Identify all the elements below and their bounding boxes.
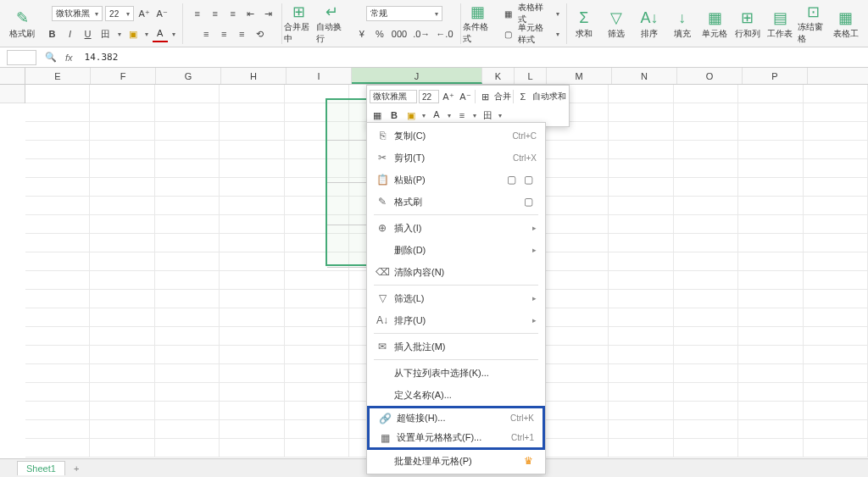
cell[interactable] <box>155 402 220 419</box>
col-header[interactable]: L <box>515 68 547 84</box>
cell[interactable] <box>25 290 90 308</box>
col-header[interactable]: K <box>482 68 515 84</box>
cell[interactable] <box>155 290 220 308</box>
cell[interactable] <box>609 178 673 196</box>
fx-icon[interactable]: fx <box>65 53 73 63</box>
indent-inc-icon[interactable]: ⇥ <box>261 5 276 22</box>
cell[interactable] <box>220 364 284 382</box>
format-painter-button[interactable]: ✎ 格式刷 <box>7 3 38 44</box>
cell[interactable] <box>544 308 609 326</box>
cell[interactable] <box>155 252 220 270</box>
menu-format-cells[interactable]: ▦ 设置单元格格式(F)... Ctrl+1 <box>367 428 545 450</box>
cell[interactable] <box>609 402 673 419</box>
cell[interactable] <box>674 290 738 308</box>
menu-batch[interactable]: 批量处理单元格(P) ♛ <box>367 450 545 472</box>
cell[interactable] <box>738 439 803 457</box>
cell[interactable] <box>544 383 609 401</box>
col-header[interactable]: F <box>91 68 156 84</box>
cell[interactable] <box>90 159 154 177</box>
number-format-combo[interactable]: 常规▾ <box>366 6 442 21</box>
cell[interactable] <box>609 85 673 103</box>
cell[interactable] <box>804 197 868 214</box>
mini-bold-icon[interactable]: B <box>387 107 402 124</box>
cell[interactable] <box>609 159 673 177</box>
cell[interactable] <box>220 141 284 158</box>
cell[interactable] <box>155 364 220 382</box>
cell[interactable] <box>155 178 220 196</box>
align-top-icon[interactable]: ≡ <box>190 5 205 22</box>
cell[interactable] <box>155 346 220 363</box>
mini-fillcolor-icon[interactable]: ▣ <box>403 107 419 124</box>
cell[interactable] <box>738 252 803 270</box>
cell[interactable] <box>25 141 90 158</box>
cell[interactable] <box>285 327 349 345</box>
cell[interactable] <box>220 420 284 438</box>
sheet-tab[interactable]: Sheet1 <box>17 461 65 475</box>
cell[interactable] <box>804 308 868 326</box>
font-name-combo[interactable]: 微软雅黑▾ <box>52 6 103 21</box>
cell[interactable] <box>25 383 90 401</box>
cell[interactable] <box>25 197 90 214</box>
cell[interactable] <box>544 271 609 289</box>
cell[interactable] <box>285 308 349 326</box>
paste-option2-icon[interactable]: ▢ <box>520 174 537 186</box>
table-style-icon[interactable]: ▦ <box>500 5 515 22</box>
cell[interactable] <box>90 85 154 103</box>
fill-drop[interactable]: ▾ <box>143 31 150 38</box>
cell[interactable] <box>674 383 738 401</box>
increase-font-icon[interactable]: A⁺ <box>136 5 152 22</box>
cell[interactable] <box>90 383 154 401</box>
cell[interactable] <box>674 159 738 177</box>
align-center-icon[interactable]: ≡ <box>216 25 231 42</box>
cell[interactable] <box>285 420 349 438</box>
mini-dec-font-icon[interactable]: A⁻ <box>458 88 473 105</box>
orientation-icon[interactable]: ⟲ <box>252 25 267 42</box>
cell[interactable] <box>544 420 609 438</box>
currency-icon[interactable]: ¥ <box>354 25 370 42</box>
cell[interactable] <box>25 439 90 457</box>
filter-button[interactable]: ▽筛选 <box>601 3 632 44</box>
cell[interactable] <box>220 383 284 401</box>
cell[interactable] <box>609 122 673 140</box>
cell[interactable] <box>738 178 803 196</box>
italic-icon[interactable]: I <box>63 25 78 42</box>
cell[interactable] <box>804 420 868 438</box>
cell[interactable] <box>738 103 803 121</box>
mini-sum-icon[interactable]: Σ <box>515 88 531 105</box>
cell[interactable] <box>804 141 868 158</box>
cell[interactable] <box>220 103 284 121</box>
sheet-button[interactable]: ▤工作表 <box>765 3 796 44</box>
cell[interactable] <box>25 85 90 103</box>
dec-decimal-icon[interactable]: ←.0 <box>434 25 454 42</box>
col-header[interactable]: M <box>547 68 612 84</box>
name-box[interactable] <box>7 50 36 65</box>
col-header[interactable]: O <box>677 68 743 84</box>
cell[interactable] <box>544 327 609 345</box>
menu-delete[interactable]: 删除(D) ▸ <box>367 239 545 261</box>
cell[interactable] <box>155 234 220 252</box>
cell[interactable] <box>544 402 609 419</box>
cell[interactable] <box>155 420 220 438</box>
cell[interactable] <box>155 122 220 140</box>
cell[interactable] <box>220 252 284 270</box>
cell[interactable] <box>25 159 90 177</box>
cell[interactable] <box>155 85 220 103</box>
rows-cols-button[interactable]: ⊞行和列 <box>732 3 764 44</box>
cell[interactable] <box>90 327 154 345</box>
cell[interactable] <box>804 215 868 233</box>
cell[interactable] <box>804 159 868 177</box>
cell[interactable] <box>155 271 220 289</box>
fp-option-icon[interactable]: ▢ <box>520 196 537 208</box>
cell[interactable] <box>609 439 673 457</box>
cell[interactable] <box>25 122 90 140</box>
cell[interactable] <box>738 159 803 177</box>
col-header[interactable]: E <box>25 68 91 84</box>
cell[interactable] <box>285 290 349 308</box>
cell[interactable] <box>220 290 284 308</box>
cell[interactable] <box>220 402 284 419</box>
cell[interactable] <box>220 122 284 140</box>
cell[interactable] <box>738 271 803 289</box>
cell[interactable] <box>804 364 868 382</box>
menu-insert-comment[interactable]: ✉ 插入批注(M) <box>367 336 545 358</box>
align-left-icon[interactable]: ≡ <box>198 25 214 42</box>
